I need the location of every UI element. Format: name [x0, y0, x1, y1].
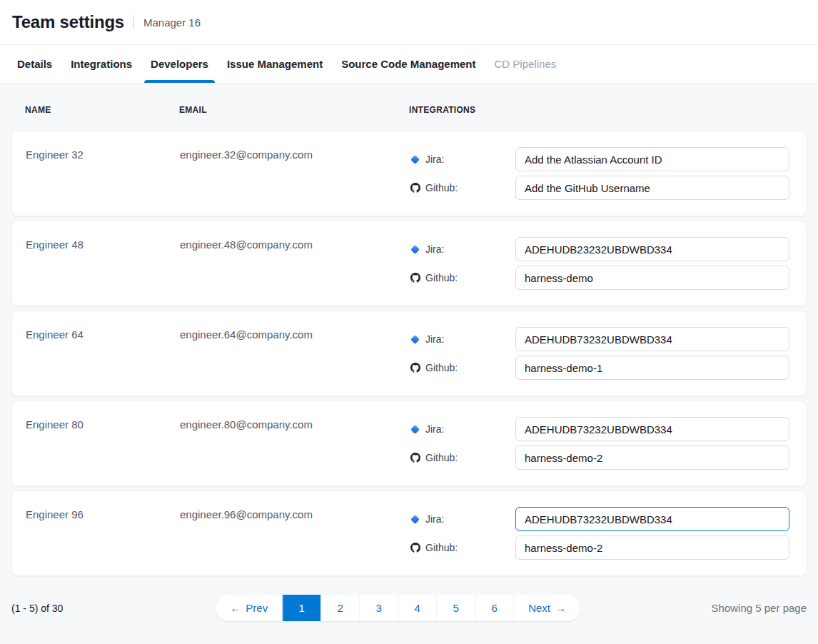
github-icon: [410, 543, 420, 553]
jira-label: Jira:: [425, 154, 444, 165]
developer-email: engineer.64@company.com: [180, 327, 410, 380]
github-username-input[interactable]: [515, 446, 789, 470]
column-header-email: EMAIL: [179, 105, 409, 115]
github-icon: [410, 363, 420, 373]
github-username-input[interactable]: [515, 176, 789, 200]
github-icon: [410, 273, 420, 283]
developer-email: engineer.96@company.com: [180, 507, 410, 560]
tab-cd-pipelines: CD Pipelines: [495, 45, 557, 83]
jira-account-id-input[interactable]: [515, 507, 789, 531]
column-header-integrations: INTEGRATIONS: [409, 105, 790, 115]
integrations-cell: Jira: Github:: [410, 417, 789, 470]
developer-name: Engineer 48: [26, 237, 180, 290]
jira-label: Jira:: [425, 513, 444, 525]
github-label-group: Github:: [410, 182, 515, 193]
github-integration-line: Github:: [410, 266, 789, 290]
github-label-group: Github:: [410, 272, 515, 283]
jira-icon: [410, 154, 420, 165]
developer-name: Engineer 80: [26, 417, 180, 470]
github-label: Github:: [425, 362, 458, 373]
integrations-cell: Jira: Github:: [410, 507, 789, 560]
table-header-row: NAME EMAIL INTEGRATIONS: [11, 84, 807, 131]
developers-panel: NAME EMAIL INTEGRATIONS Engineer 32 engi…: [0, 84, 818, 644]
prev-page-button[interactable]: ←Prev: [216, 595, 282, 621]
github-username-input[interactable]: [515, 535, 789, 560]
tab-bar: Details Integrations Developers Issue Ma…: [0, 45, 818, 84]
page-2-button[interactable]: 2: [320, 595, 359, 621]
github-icon: [410, 453, 420, 463]
jira-label-group: Jira:: [410, 243, 515, 255]
developer-email: engineer.32@company.com: [180, 147, 410, 200]
per-page-text: Showing 5 per page: [712, 602, 807, 614]
developer-rows: Engineer 32 engineer.32@company.com Jira…: [11, 131, 807, 576]
github-label: Github:: [425, 542, 458, 553]
jira-integration-line: Jira:: [410, 417, 789, 441]
integrations-cell: Jira: Github:: [410, 237, 789, 290]
developer-row: Engineer 64 engineer.64@company.com Jira…: [11, 311, 807, 396]
jira-label-group: Jira:: [410, 333, 515, 345]
prev-label: Prev: [246, 602, 268, 614]
jira-icon: [410, 244, 420, 255]
jira-label-group: Jira:: [410, 154, 515, 165]
page-title: Team settings: [12, 12, 124, 32]
tab-source-code-management[interactable]: Source Code Management: [341, 45, 475, 83]
pagination-range: (1 - 5) of 30: [11, 603, 63, 614]
next-page-button[interactable]: Next→: [513, 595, 580, 621]
page-5-button[interactable]: 5: [436, 595, 475, 621]
developer-email: engineer.80@company.com: [180, 417, 410, 470]
page-6-button[interactable]: 6: [475, 595, 513, 621]
page-subtitle: Manager 16: [143, 16, 201, 29]
pagination: ←Prev 123456 Next→: [216, 595, 580, 621]
tab-issue-management[interactable]: Issue Management: [227, 45, 323, 83]
developer-row: Engineer 96 engineer.96@company.com Jira…: [11, 490, 807, 576]
developer-name: Engineer 96: [26, 507, 180, 560]
developer-email: engineer.48@company.com: [180, 237, 410, 290]
developer-row: Engineer 80 engineer.80@company.com Jira…: [11, 401, 807, 486]
github-label: Github:: [425, 182, 458, 193]
github-username-input[interactable]: [515, 266, 789, 290]
github-label-group: Github:: [410, 452, 515, 463]
jira-label: Jira:: [425, 333, 444, 345]
tab-developers[interactable]: Developers: [151, 45, 208, 83]
developer-name: Engineer 32: [26, 147, 180, 200]
github-label: Github:: [425, 272, 458, 283]
jira-integration-line: Jira:: [410, 327, 789, 351]
jira-label: Jira:: [425, 423, 444, 435]
jira-icon: [410, 424, 420, 435]
left-arrow-icon: ←: [230, 602, 241, 614]
jira-label-group: Jira:: [410, 423, 515, 435]
jira-account-id-input[interactable]: [515, 417, 789, 441]
github-label: Github:: [425, 452, 458, 463]
jira-account-id-input[interactable]: [515, 147, 789, 171]
jira-integration-line: Jira:: [410, 507, 789, 531]
jira-icon: [410, 514, 420, 525]
tab-integrations[interactable]: Integrations: [71, 45, 132, 83]
column-header-name: NAME: [25, 105, 179, 115]
github-integration-line: Github:: [410, 535, 789, 560]
github-integration-line: Github:: [410, 446, 789, 470]
next-label: Next: [528, 602, 550, 614]
github-icon: [410, 183, 420, 193]
page-3-button[interactable]: 3: [359, 595, 398, 621]
github-username-input[interactable]: [515, 356, 789, 380]
github-integration-line: Github:: [410, 176, 789, 200]
github-label-group: Github:: [410, 362, 515, 373]
integrations-cell: Jira: Github:: [410, 147, 789, 200]
jira-integration-line: Jira:: [410, 147, 789, 171]
jira-account-id-input[interactable]: [515, 327, 789, 351]
page-4-button[interactable]: 4: [398, 595, 436, 621]
jira-account-id-input[interactable]: [515, 237, 789, 261]
page-1-button[interactable]: 1: [282, 595, 320, 621]
pagination-row: (1 - 5) of 30 ←Prev 123456 Next→ Showing…: [11, 595, 807, 621]
integrations-cell: Jira: Github:: [410, 327, 789, 380]
jira-label-group: Jira:: [410, 513, 515, 525]
developer-name: Engineer 64: [26, 327, 180, 380]
tab-details[interactable]: Details: [17, 45, 52, 83]
right-arrow-icon: →: [555, 602, 566, 614]
title-divider: [133, 15, 134, 29]
developer-row: Engineer 48 engineer.48@company.com Jira…: [11, 221, 807, 306]
page-header: Team settings Manager 16: [0, 0, 818, 45]
developer-row: Engineer 32 engineer.32@company.com Jira…: [11, 131, 807, 216]
jira-icon: [410, 334, 420, 345]
github-label-group: Github:: [410, 542, 515, 553]
